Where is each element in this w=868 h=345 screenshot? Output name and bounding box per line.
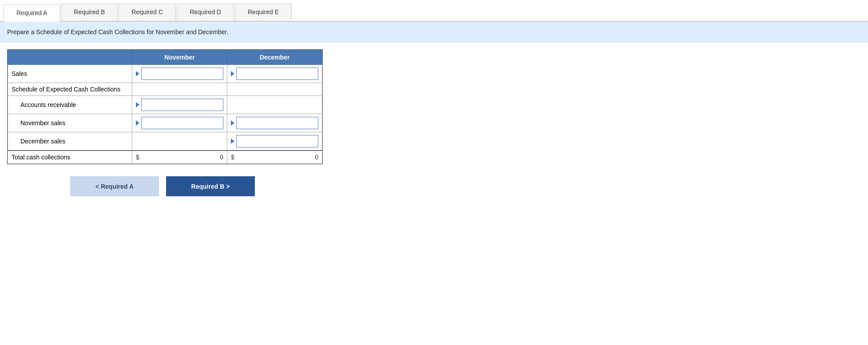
instruction-bar: Prepare a Schedule of Expected Cash Coll…	[0, 22, 868, 42]
sales-november-input[interactable]	[141, 67, 223, 80]
prev-arrow-icon: <	[95, 183, 101, 190]
row-december-sales: December sales	[8, 132, 322, 151]
tab-required-b[interactable]: Required B	[61, 4, 118, 21]
arrow-icon	[231, 71, 234, 76]
col-header-november: November	[132, 50, 227, 65]
row-ar-december	[227, 96, 322, 114]
nov-sales-december-input[interactable]	[236, 117, 318, 129]
row-november-sales: November sales	[8, 114, 322, 132]
main-content: November December Sales	[0, 42, 868, 214]
row-nov-sales-november	[132, 114, 227, 132]
col-header-december: December	[227, 50, 322, 65]
row-total-november: $ 0	[132, 151, 227, 164]
row-nov-sales-label: November sales	[8, 114, 132, 132]
dollar-sign-dec: $	[231, 154, 236, 161]
next-arrow-icon: >	[224, 183, 230, 190]
tab-required-c[interactable]: Required C	[119, 4, 176, 21]
arrow-icon	[136, 102, 139, 107]
total-november-value: 0	[143, 154, 223, 161]
tabs-container: Required A Required B Required C Require…	[0, 0, 868, 22]
row-accounts-receivable: Accounts receivable	[8, 96, 322, 114]
row-schedule-november	[132, 83, 227, 96]
col-header-label	[8, 50, 132, 65]
row-ar-november	[132, 96, 227, 114]
sales-december-input[interactable]	[236, 67, 318, 80]
row-dec-sales-label: December sales	[8, 132, 132, 151]
prev-button[interactable]: < Required A	[70, 176, 159, 196]
row-schedule-label: Schedule of Expected Cash Collections	[8, 83, 132, 96]
row-total-label: Total cash collections	[8, 151, 132, 164]
row-schedule-header: Schedule of Expected Cash Collections	[8, 83, 322, 96]
tab-required-a[interactable]: Required A	[4, 4, 60, 22]
arrow-icon	[136, 120, 139, 126]
arrow-icon	[136, 71, 139, 76]
row-sales-november	[132, 65, 227, 83]
table-header-row: November December	[8, 50, 322, 65]
ar-november-input[interactable]	[141, 99, 223, 111]
nav-buttons: < Required A Required B >	[7, 166, 318, 207]
next-button[interactable]: Required B >	[166, 176, 255, 196]
row-schedule-december	[227, 83, 322, 96]
row-total: Total cash collections $ 0 $ 0	[8, 151, 322, 164]
row-total-december: $ 0	[227, 151, 322, 164]
tab-required-d[interactable]: Required D	[177, 4, 234, 21]
dec-sales-december-input[interactable]	[236, 135, 318, 147]
arrow-icon	[231, 120, 234, 126]
table-wrapper: November December Sales	[7, 49, 323, 164]
dollar-sign-nov: $	[136, 154, 141, 161]
cash-collections-table: November December Sales	[8, 50, 322, 164]
row-dec-sales-november	[132, 132, 227, 151]
row-sales: Sales	[8, 65, 322, 83]
row-nov-sales-december	[227, 114, 322, 132]
nov-sales-november-input[interactable]	[141, 117, 223, 129]
row-sales-december	[227, 65, 322, 83]
total-december-value: 0	[238, 154, 318, 161]
row-dec-sales-december	[227, 132, 322, 151]
row-ar-label: Accounts receivable	[8, 96, 132, 114]
tab-required-e[interactable]: Required E	[235, 4, 292, 21]
arrow-icon	[231, 139, 234, 144]
row-sales-label: Sales	[8, 65, 132, 83]
